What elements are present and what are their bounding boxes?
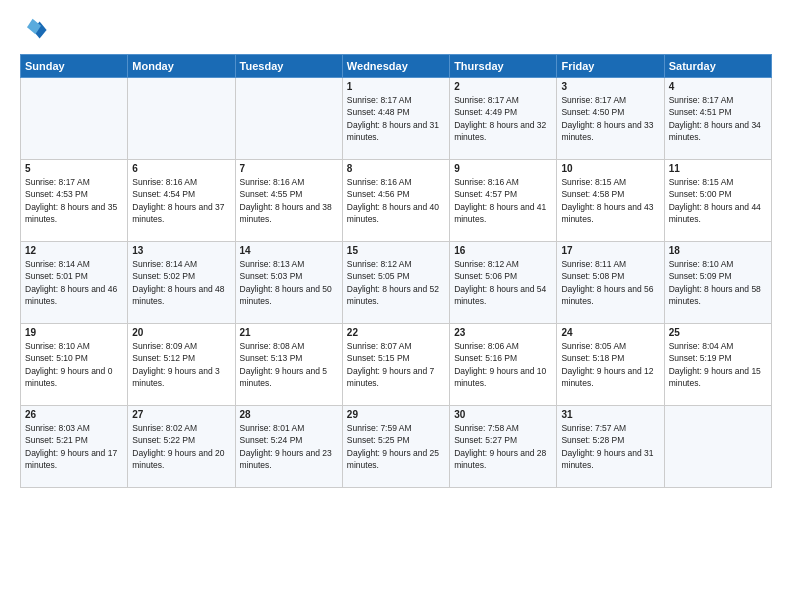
- calendar-cell: 28Sunrise: 8:01 AM Sunset: 5:24 PM Dayli…: [235, 406, 342, 488]
- calendar-cell: 22Sunrise: 8:07 AM Sunset: 5:15 PM Dayli…: [342, 324, 449, 406]
- calendar-cell: 29Sunrise: 7:59 AM Sunset: 5:25 PM Dayli…: [342, 406, 449, 488]
- day-number: 9: [454, 163, 552, 174]
- calendar-header: SundayMondayTuesdayWednesdayThursdayFrid…: [21, 55, 772, 78]
- day-info: Sunrise: 8:11 AM Sunset: 5:08 PM Dayligh…: [561, 258, 659, 307]
- calendar-cell: 30Sunrise: 7:58 AM Sunset: 5:27 PM Dayli…: [450, 406, 557, 488]
- calendar-cell: 20Sunrise: 8:09 AM Sunset: 5:12 PM Dayli…: [128, 324, 235, 406]
- day-info: Sunrise: 8:12 AM Sunset: 5:05 PM Dayligh…: [347, 258, 445, 307]
- day-info: Sunrise: 8:06 AM Sunset: 5:16 PM Dayligh…: [454, 340, 552, 389]
- day-number: 22: [347, 327, 445, 338]
- calendar-cell: 31Sunrise: 7:57 AM Sunset: 5:28 PM Dayli…: [557, 406, 664, 488]
- calendar-cell: 5Sunrise: 8:17 AM Sunset: 4:53 PM Daylig…: [21, 160, 128, 242]
- day-number: 20: [132, 327, 230, 338]
- calendar-cell: 3Sunrise: 8:17 AM Sunset: 4:50 PM Daylig…: [557, 78, 664, 160]
- day-number: 17: [561, 245, 659, 256]
- day-info: Sunrise: 8:17 AM Sunset: 4:53 PM Dayligh…: [25, 176, 123, 225]
- day-number: 26: [25, 409, 123, 420]
- day-number: 12: [25, 245, 123, 256]
- calendar-cell: 1Sunrise: 8:17 AM Sunset: 4:48 PM Daylig…: [342, 78, 449, 160]
- logo: [20, 16, 52, 44]
- day-info: Sunrise: 8:13 AM Sunset: 5:03 PM Dayligh…: [240, 258, 338, 307]
- calendar-cell: 26Sunrise: 8:03 AM Sunset: 5:21 PM Dayli…: [21, 406, 128, 488]
- day-info: Sunrise: 8:09 AM Sunset: 5:12 PM Dayligh…: [132, 340, 230, 389]
- day-info: Sunrise: 8:17 AM Sunset: 4:49 PM Dayligh…: [454, 94, 552, 143]
- day-info: Sunrise: 8:16 AM Sunset: 4:54 PM Dayligh…: [132, 176, 230, 225]
- weekday-header-friday: Friday: [557, 55, 664, 78]
- day-number: 3: [561, 81, 659, 92]
- calendar-cell: 4Sunrise: 8:17 AM Sunset: 4:51 PM Daylig…: [664, 78, 771, 160]
- calendar-cell: 25Sunrise: 8:04 AM Sunset: 5:19 PM Dayli…: [664, 324, 771, 406]
- calendar-cell: [128, 78, 235, 160]
- day-info: Sunrise: 8:10 AM Sunset: 5:10 PM Dayligh…: [25, 340, 123, 389]
- day-info: Sunrise: 7:59 AM Sunset: 5:25 PM Dayligh…: [347, 422, 445, 471]
- weekday-header-wednesday: Wednesday: [342, 55, 449, 78]
- calendar-body: 1Sunrise: 8:17 AM Sunset: 4:48 PM Daylig…: [21, 78, 772, 488]
- calendar-cell: 27Sunrise: 8:02 AM Sunset: 5:22 PM Dayli…: [128, 406, 235, 488]
- weekday-header-thursday: Thursday: [450, 55, 557, 78]
- day-info: Sunrise: 8:16 AM Sunset: 4:56 PM Dayligh…: [347, 176, 445, 225]
- day-info: Sunrise: 8:16 AM Sunset: 4:55 PM Dayligh…: [240, 176, 338, 225]
- page: SundayMondayTuesdayWednesdayThursdayFrid…: [0, 0, 792, 612]
- day-info: Sunrise: 8:01 AM Sunset: 5:24 PM Dayligh…: [240, 422, 338, 471]
- calendar-cell: 19Sunrise: 8:10 AM Sunset: 5:10 PM Dayli…: [21, 324, 128, 406]
- calendar-cell: 9Sunrise: 8:16 AM Sunset: 4:57 PM Daylig…: [450, 160, 557, 242]
- day-number: 10: [561, 163, 659, 174]
- day-number: 15: [347, 245, 445, 256]
- day-number: 7: [240, 163, 338, 174]
- calendar-week-1: 1Sunrise: 8:17 AM Sunset: 4:48 PM Daylig…: [21, 78, 772, 160]
- calendar-cell: 21Sunrise: 8:08 AM Sunset: 5:13 PM Dayli…: [235, 324, 342, 406]
- day-number: 21: [240, 327, 338, 338]
- day-info: Sunrise: 8:17 AM Sunset: 4:51 PM Dayligh…: [669, 94, 767, 143]
- calendar-cell: 24Sunrise: 8:05 AM Sunset: 5:18 PM Dayli…: [557, 324, 664, 406]
- day-info: Sunrise: 8:07 AM Sunset: 5:15 PM Dayligh…: [347, 340, 445, 389]
- day-number: 14: [240, 245, 338, 256]
- calendar-cell: 23Sunrise: 8:06 AM Sunset: 5:16 PM Dayli…: [450, 324, 557, 406]
- day-number: 8: [347, 163, 445, 174]
- calendar-cell: 8Sunrise: 8:16 AM Sunset: 4:56 PM Daylig…: [342, 160, 449, 242]
- day-number: 18: [669, 245, 767, 256]
- day-info: Sunrise: 8:14 AM Sunset: 5:02 PM Dayligh…: [132, 258, 230, 307]
- day-info: Sunrise: 7:58 AM Sunset: 5:27 PM Dayligh…: [454, 422, 552, 471]
- day-number: 1: [347, 81, 445, 92]
- day-info: Sunrise: 7:57 AM Sunset: 5:28 PM Dayligh…: [561, 422, 659, 471]
- day-number: 13: [132, 245, 230, 256]
- day-info: Sunrise: 8:08 AM Sunset: 5:13 PM Dayligh…: [240, 340, 338, 389]
- day-number: 30: [454, 409, 552, 420]
- day-number: 6: [132, 163, 230, 174]
- day-info: Sunrise: 8:17 AM Sunset: 4:50 PM Dayligh…: [561, 94, 659, 143]
- calendar-week-2: 5Sunrise: 8:17 AM Sunset: 4:53 PM Daylig…: [21, 160, 772, 242]
- weekday-header-row: SundayMondayTuesdayWednesdayThursdayFrid…: [21, 55, 772, 78]
- calendar-cell: 6Sunrise: 8:16 AM Sunset: 4:54 PM Daylig…: [128, 160, 235, 242]
- calendar-table: SundayMondayTuesdayWednesdayThursdayFrid…: [20, 54, 772, 488]
- day-info: Sunrise: 8:12 AM Sunset: 5:06 PM Dayligh…: [454, 258, 552, 307]
- day-info: Sunrise: 8:15 AM Sunset: 4:58 PM Dayligh…: [561, 176, 659, 225]
- day-number: 28: [240, 409, 338, 420]
- calendar-cell: 17Sunrise: 8:11 AM Sunset: 5:08 PM Dayli…: [557, 242, 664, 324]
- day-info: Sunrise: 8:05 AM Sunset: 5:18 PM Dayligh…: [561, 340, 659, 389]
- day-info: Sunrise: 8:04 AM Sunset: 5:19 PM Dayligh…: [669, 340, 767, 389]
- calendar-week-4: 19Sunrise: 8:10 AM Sunset: 5:10 PM Dayli…: [21, 324, 772, 406]
- calendar-cell: 15Sunrise: 8:12 AM Sunset: 5:05 PM Dayli…: [342, 242, 449, 324]
- day-number: 5: [25, 163, 123, 174]
- calendar-week-5: 26Sunrise: 8:03 AM Sunset: 5:21 PM Dayli…: [21, 406, 772, 488]
- calendar-cell: 10Sunrise: 8:15 AM Sunset: 4:58 PM Dayli…: [557, 160, 664, 242]
- day-number: 19: [25, 327, 123, 338]
- day-info: Sunrise: 8:02 AM Sunset: 5:22 PM Dayligh…: [132, 422, 230, 471]
- day-number: 31: [561, 409, 659, 420]
- day-number: 23: [454, 327, 552, 338]
- day-number: 4: [669, 81, 767, 92]
- day-info: Sunrise: 8:17 AM Sunset: 4:48 PM Dayligh…: [347, 94, 445, 143]
- weekday-header-monday: Monday: [128, 55, 235, 78]
- logo-icon: [20, 16, 48, 44]
- day-info: Sunrise: 8:10 AM Sunset: 5:09 PM Dayligh…: [669, 258, 767, 307]
- calendar-cell: [21, 78, 128, 160]
- weekday-header-sunday: Sunday: [21, 55, 128, 78]
- day-info: Sunrise: 8:03 AM Sunset: 5:21 PM Dayligh…: [25, 422, 123, 471]
- calendar-cell: 18Sunrise: 8:10 AM Sunset: 5:09 PM Dayli…: [664, 242, 771, 324]
- weekday-header-saturday: Saturday: [664, 55, 771, 78]
- day-number: 2: [454, 81, 552, 92]
- calendar-cell: 16Sunrise: 8:12 AM Sunset: 5:06 PM Dayli…: [450, 242, 557, 324]
- day-number: 27: [132, 409, 230, 420]
- day-info: Sunrise: 8:16 AM Sunset: 4:57 PM Dayligh…: [454, 176, 552, 225]
- weekday-header-tuesday: Tuesday: [235, 55, 342, 78]
